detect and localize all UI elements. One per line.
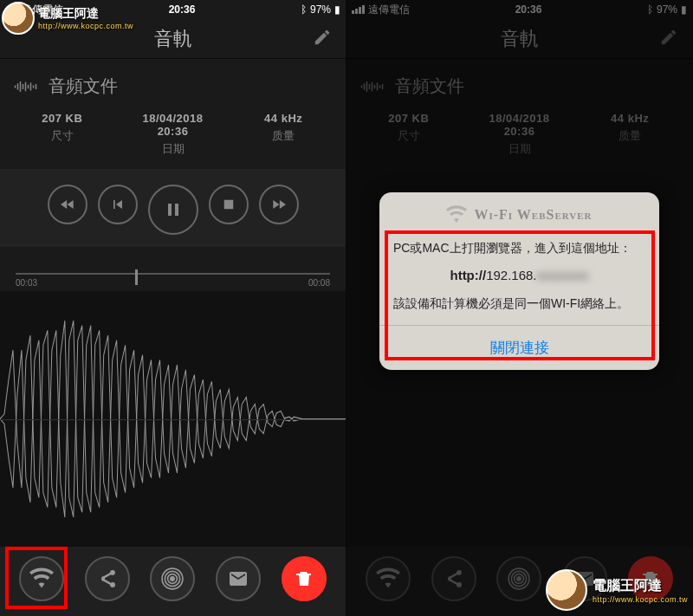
skip-prev-icon [109, 196, 126, 213]
file-title: 音頻文件 [395, 75, 464, 98]
prev-button[interactable] [98, 185, 138, 224]
wifi-button[interactable] [366, 556, 411, 601]
dialog-instructions-1: PC或MAC上打開瀏覽器，進入到這個地址： [393, 239, 645, 257]
trash-icon [294, 568, 314, 589]
avatar [546, 569, 587, 611]
rewind-icon [59, 196, 76, 213]
watermark-url: http://www.kocpc.com.tw [38, 22, 133, 30]
svg-rect-9 [223, 200, 233, 210]
dialog-body: PC或MAC上打開瀏覽器，進入到這個地址： http://192.168.xxx… [379, 232, 659, 325]
progress-area[interactable]: 00:03 00:08 [0, 247, 346, 291]
phone-right: 遠傳電信 20:36 ᛒ 97% ▮ 音軌 音頻文件 207 KB尺寸 18/0… [346, 0, 693, 616]
share-icon [444, 568, 464, 589]
bluetooth-icon: ᛒ [647, 3, 653, 16]
file-title: 音頻文件 [49, 75, 118, 98]
waveform-display[interactable] [0, 291, 346, 547]
pause-icon [163, 199, 184, 220]
dialog-title-row: Wi-Fi WebServer [379, 192, 659, 232]
time-total: 00:08 [308, 278, 330, 288]
info-size: 207 KB 尺寸 [7, 112, 118, 157]
file-info-row: 207 KB尺寸 18/04/201820:36日期 44 kHz质量 [346, 103, 692, 169]
share-icon [97, 568, 118, 589]
page-title: 音軌 [357, 26, 682, 52]
waveform-icon [360, 78, 386, 95]
progress-thumb[interactable] [135, 269, 138, 285]
status-bar: 遠傳電信 20:36 ᛒ 97% ▮ [346, 0, 692, 19]
mail-icon [228, 568, 249, 589]
watermark-name: 電腦王阿達 [593, 578, 662, 593]
status-time: 20:36 [410, 3, 647, 16]
file-info-row: 207 KB 尺寸 18/04/201820:36 日期 44 kHz 质量 [0, 103, 346, 169]
edit-button[interactable] [659, 28, 678, 50]
dialog-title: Wi-Fi WebServer [474, 207, 592, 223]
broadcast-icon [508, 567, 530, 590]
watermark-name: 電腦王阿達 [38, 6, 99, 20]
avatar [2, 2, 35, 35]
carrier-label: 遠傳電信 [368, 3, 410, 17]
signal-icon [352, 5, 365, 14]
dialog-close-button[interactable]: 關閉連接 [379, 325, 659, 370]
dialog-url-redacted: xxxxxxxx [537, 268, 589, 282]
pencil-icon [659, 28, 678, 47]
playback-controls [0, 169, 346, 247]
broadcast-icon [161, 567, 184, 590]
forward-button[interactable] [259, 185, 299, 224]
svg-point-24 [517, 577, 521, 580]
nav-bar: 音軌 [346, 19, 692, 59]
svg-point-11 [171, 577, 174, 580]
watermark-url: http://www.kocpc.com.tw [593, 595, 688, 604]
wifi-button[interactable] [19, 556, 64, 601]
wifi-icon [29, 567, 54, 591]
stop-icon [221, 197, 236, 212]
edit-button[interactable] [313, 28, 332, 50]
bottom-toolbar [0, 547, 346, 616]
stop-button[interactable] [209, 185, 249, 224]
pencil-icon [313, 28, 332, 47]
watermark-bottom-right: 電腦王阿達 http://www.kocpc.com.tw [546, 569, 688, 611]
dialog-instructions-2: 該設備和計算機必須是同一個WI-FI網絡上。 [393, 295, 645, 313]
progress-track[interactable] [16, 273, 330, 275]
pause-button[interactable] [148, 185, 198, 235]
share-button[interactable] [431, 556, 476, 601]
battery-pct: 97% [657, 3, 677, 16]
bluetooth-icon: ᛒ [301, 3, 307, 16]
info-quality: 44 kHz 质量 [228, 112, 339, 157]
phone-left: 遠傳電信 20:36 ᛒ 97% ▮ 音軌 音頻文件 207 KB 尺寸 [0, 0, 346, 616]
delete-button[interactable] [282, 556, 327, 601]
file-header: 音頻文件 [0, 59, 346, 103]
battery-pct: 97% [310, 3, 331, 16]
rewind-button[interactable] [48, 185, 87, 224]
watermark-top-left: 電腦王阿達 http://www.kocpc.com.tw [2, 2, 133, 35]
dialog-url: http://192.168.xxxxxxxx [393, 266, 645, 286]
mail-button[interactable] [216, 556, 261, 601]
wifi-icon [376, 567, 400, 591]
wifi-icon [446, 204, 467, 225]
info-date: 18/04/201820:36 日期 [118, 112, 229, 157]
airdrop-button[interactable] [150, 556, 195, 601]
battery-icon: ▮ [334, 3, 340, 16]
airdrop-button[interactable] [496, 556, 541, 601]
file-header: 音頻文件 [346, 59, 692, 103]
fast-forward-icon [270, 196, 288, 213]
battery-icon: ▮ [681, 3, 687, 16]
time-current: 00:03 [16, 278, 37, 288]
wifi-webserver-dialog: Wi-Fi WebServer PC或MAC上打開瀏覽器，進入到這個地址： ht… [379, 192, 659, 370]
share-button[interactable] [85, 556, 130, 601]
waveform-icon [14, 78, 40, 95]
